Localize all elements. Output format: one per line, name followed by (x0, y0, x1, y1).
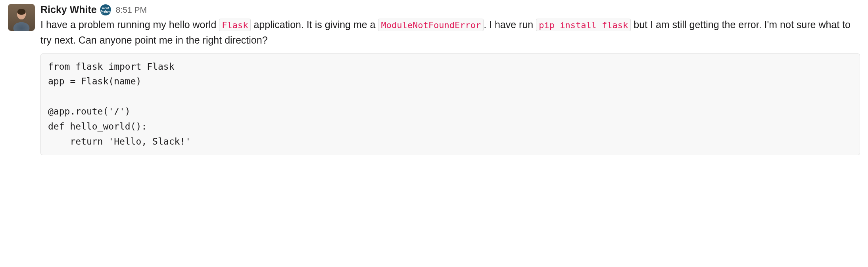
text-segment: . I have run (484, 19, 536, 30)
slack-message: Ricky White Real Python 8:51 PM I have a… (8, 4, 860, 155)
timestamp[interactable]: 8:51 PM (116, 5, 147, 15)
text-segment: application. It is giving me a (251, 19, 378, 30)
inline-code: Flask (219, 19, 251, 31)
org-badge-icon[interactable]: Real Python (100, 4, 111, 15)
code-block: from flask import Flask app = Flask(name… (40, 53, 860, 156)
message-body: I have a problem running my hello world … (40, 17, 860, 48)
message-content: Ricky White Real Python 8:51 PM I have a… (40, 4, 860, 155)
inline-code: pip install flask (536, 19, 631, 31)
avatar[interactable] (8, 4, 35, 31)
author-name[interactable]: Ricky White (40, 4, 97, 15)
inline-code: ModuleNotFoundError (378, 19, 484, 31)
avatar-image (8, 4, 35, 31)
text-segment: I have a problem running my hello world (40, 19, 219, 30)
message-header: Ricky White Real Python 8:51 PM (40, 4, 860, 15)
